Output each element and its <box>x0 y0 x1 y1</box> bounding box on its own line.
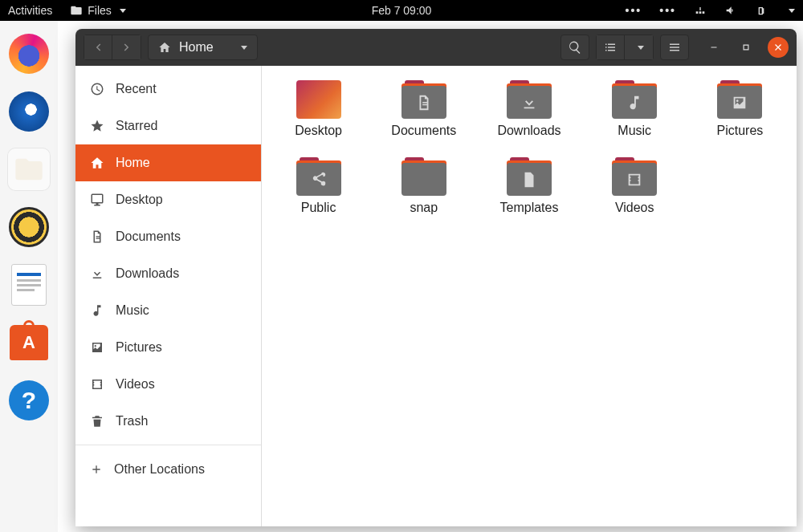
picture-icon <box>90 340 104 355</box>
indicator-icon[interactable]: ••• <box>659 4 676 17</box>
folder-icon <box>507 80 552 119</box>
star-icon <box>90 119 104 133</box>
file-item-music[interactable]: Music <box>602 80 667 138</box>
sidebar-item-label: Desktop <box>116 193 163 207</box>
close-button[interactable] <box>768 37 789 58</box>
sidebar-item-label: Home <box>116 156 150 170</box>
app-menu-label: Files <box>88 4 112 17</box>
sidebar-other-locations[interactable]: Other Locations <box>75 450 261 489</box>
app-menu-files[interactable]: Files <box>70 4 126 17</box>
document-icon <box>90 229 104 244</box>
plus-icon <box>90 463 103 476</box>
files-window: Home RecentStarredHomeDesktopDocumentsDo… <box>75 29 797 526</box>
path-bar[interactable]: Home <box>148 35 258 60</box>
launcher-dock: A ? <box>0 21 58 532</box>
file-label: Videos <box>615 201 654 215</box>
maximize-button[interactable] <box>736 37 756 58</box>
sidebar-item-videos[interactable]: Videos <box>75 366 261 403</box>
file-label: Music <box>618 124 651 138</box>
folder-icon <box>612 80 657 119</box>
minimize-button[interactable] <box>703 37 724 58</box>
sidebar-item-label: Recent <box>116 82 157 96</box>
video-icon <box>90 377 104 392</box>
folder-icon <box>717 80 762 119</box>
file-item-documents[interactable]: Documents <box>391 80 456 138</box>
back-button[interactable] <box>84 35 112 60</box>
sidebar-item-desktop[interactable]: Desktop <box>75 181 261 218</box>
sidebar-item-label: Videos <box>116 377 155 392</box>
folder-icon <box>70 4 83 17</box>
home-icon <box>90 156 104 170</box>
clock[interactable]: Feb 7 09:00 <box>372 4 432 17</box>
file-item-snap[interactable]: snap <box>391 157 456 215</box>
headerbar: Home <box>75 29 797 66</box>
file-item-pictures[interactable]: Pictures <box>707 80 772 138</box>
sidebar-item-recent[interactable]: Recent <box>75 71 261 108</box>
file-item-public[interactable]: Public <box>286 157 351 215</box>
view-list-button[interactable] <box>596 35 625 60</box>
folder-icon <box>612 157 657 196</box>
folder-icon <box>402 157 446 196</box>
dock-app-software[interactable]: A <box>7 321 51 364</box>
desktop-icon <box>90 193 104 207</box>
sidebar-item-home[interactable]: Home <box>75 144 261 181</box>
file-item-downloads[interactable]: Downloads <box>496 80 561 138</box>
dock-app-firefox[interactable] <box>7 32 51 75</box>
file-label: Desktop <box>295 124 342 138</box>
folder-icon <box>402 80 446 119</box>
chevron-down-icon <box>120 9 126 13</box>
file-label: snap <box>410 201 438 215</box>
folder-icon <box>296 157 341 196</box>
sidebar-item-label: Pictures <box>116 340 162 355</box>
sidebar-item-pictures[interactable]: Pictures <box>75 329 261 366</box>
file-label: Downloads <box>497 124 560 138</box>
sidebar-item-label: Other Locations <box>114 462 205 477</box>
sidebar-item-trash[interactable]: Trash <box>75 403 261 440</box>
desktop-folder-icon <box>296 80 341 119</box>
sidebar-item-starred[interactable]: Starred <box>75 108 261 144</box>
sidebar-item-downloads[interactable]: Downloads <box>75 255 261 292</box>
clock-icon <box>90 82 104 96</box>
dock-app-writer[interactable] <box>7 263 51 307</box>
hamburger-menu-button[interactable] <box>660 35 689 60</box>
path-location-label: Home <box>179 40 214 55</box>
dock-app-files[interactable] <box>7 148 51 191</box>
sidebar-item-label: Trash <box>116 414 148 428</box>
view-options-button[interactable] <box>625 35 654 60</box>
dock-app-help[interactable]: ? <box>7 379 51 422</box>
forward-button[interactable] <box>112 35 141 60</box>
network-icon[interactable] <box>694 4 707 17</box>
dock-app-rhythmbox[interactable] <box>7 205 51 249</box>
sidebar-item-label: Music <box>116 303 149 318</box>
gnome-top-bar: Activities Files Feb 7 09:00 ••• ••• <box>0 0 803 21</box>
path-dropdown-icon[interactable] <box>241 46 247 50</box>
dock-app-thunderbird[interactable] <box>7 90 51 133</box>
home-icon <box>158 41 171 54</box>
trash-icon <box>90 414 104 428</box>
sidebar-item-label: Documents <box>116 229 181 244</box>
folder-icon <box>507 157 552 196</box>
volume-icon[interactable] <box>724 4 737 17</box>
indicator-icon[interactable]: ••• <box>626 4 642 17</box>
file-item-templates[interactable]: Templates <box>496 157 561 215</box>
sidebar-item-label: Downloads <box>116 266 179 281</box>
sidebar-item-documents[interactable]: Documents <box>75 218 261 255</box>
file-label: Documents <box>391 124 456 138</box>
file-label: Pictures <box>716 124 763 138</box>
file-label: Public <box>301 201 336 215</box>
music-icon <box>90 303 104 318</box>
download-icon <box>90 266 104 281</box>
sidebar-item-label: Starred <box>116 119 157 133</box>
sidebar-item-music[interactable]: Music <box>75 292 261 329</box>
file-label: Templates <box>500 201 559 215</box>
file-item-videos[interactable]: Videos <box>602 157 667 215</box>
battery-icon[interactable] <box>755 4 768 17</box>
places-sidebar: RecentStarredHomeDesktopDocumentsDownloa… <box>75 66 262 526</box>
file-item-desktop[interactable]: Desktop <box>286 80 351 138</box>
files-view[interactable]: DesktopDocumentsDownloadsMusicPicturesPu… <box>262 66 797 526</box>
activities-button[interactable]: Activities <box>8 4 52 17</box>
system-menu-chevron-icon[interactable] <box>789 9 795 13</box>
search-button[interactable] <box>560 35 589 60</box>
